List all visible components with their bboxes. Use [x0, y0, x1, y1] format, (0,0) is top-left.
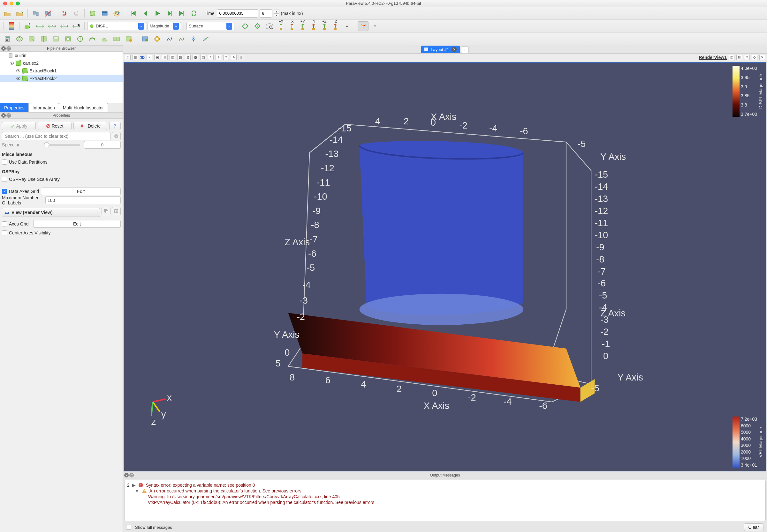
play-icon[interactable] — [152, 9, 163, 18]
connect-icon[interactable] — [30, 9, 41, 18]
color-map-icon[interactable] — [6, 21, 17, 31]
restore-icon[interactable]: ◇ — [752, 55, 757, 60]
rv-sel7[interactable]: ◫ — [200, 55, 206, 60]
pipeline-item-selected[interactable]: ExtractBlock2 — [0, 75, 123, 82]
disconnect-icon[interactable] — [42, 9, 53, 18]
representation-combo[interactable]: Surface ⌄ — [186, 22, 235, 30]
rv-sel3[interactable]: ▥ — [169, 55, 175, 60]
add-layout-button[interactable]: + — [461, 46, 469, 53]
clip-filter-icon[interactable] — [26, 34, 37, 44]
time-step-input[interactable] — [260, 9, 272, 18]
step-down-icon[interactable]: ▾ — [274, 13, 279, 17]
rescale-visible-icon[interactable] — [71, 21, 82, 31]
close-panel-icon[interactable]: ✕ — [1, 46, 6, 51]
next-frame-icon[interactable] — [164, 9, 175, 18]
rv-pick2[interactable]: ↗ — [216, 55, 221, 60]
data-axes-grid-edit-button[interactable]: Edit — [41, 188, 121, 195]
calculator-filter-icon[interactable] — [2, 34, 13, 44]
pipeline-root[interactable]: builtin: — [0, 52, 123, 59]
view-section-header[interactable]: ▭ View (Render View) — [2, 208, 100, 217]
rv-trash-icon[interactable]: 🗑 — [239, 55, 244, 60]
histogram-icon[interactable] — [152, 34, 162, 44]
first-frame-icon[interactable] — [128, 9, 138, 18]
clear-button[interactable]: Clear — [744, 523, 764, 531]
open-file-icon[interactable] — [2, 9, 13, 18]
data-axes-grid-checkbox[interactable]: ✓ — [2, 189, 7, 194]
last-frame-icon[interactable] — [176, 9, 187, 18]
view-minus-x-button[interactable]: -X — [287, 21, 297, 31]
visibility-icon[interactable] — [16, 69, 20, 73]
step-up-icon[interactable]: ▴ — [274, 10, 279, 13]
tab-information[interactable]: Information — [28, 103, 59, 112]
layout-tab[interactable]: Layout #1 ✕ — [421, 46, 460, 53]
prev-frame-icon[interactable] — [140, 9, 151, 18]
stream-tracer-icon[interactable] — [87, 34, 98, 44]
close-layout-icon[interactable]: ✕ — [451, 47, 457, 52]
apply-button[interactable]: Apply — [2, 122, 36, 130]
rv-camera-icon[interactable]: ⌖ — [146, 55, 152, 60]
rv-pick1[interactable]: ↖ — [208, 55, 214, 60]
pipeline-item[interactable]: ExtractBlock1 — [0, 67, 123, 75]
view-plus-z-button[interactable]: +Z — [320, 21, 329, 31]
scalar-bar-icon[interactable] — [22, 21, 33, 31]
save-state-icon[interactable] — [14, 9, 25, 18]
visibility-icon[interactable] — [10, 61, 14, 65]
redo-icon[interactable] — [71, 9, 82, 18]
specular-slider[interactable] — [44, 144, 80, 146]
zoom-to-box-icon[interactable] — [264, 21, 275, 31]
contour-filter-icon[interactable] — [14, 34, 25, 44]
time-value-input[interactable] — [217, 9, 258, 18]
detach-panel2-icon[interactable]: ▢ — [6, 113, 11, 118]
view-plus-x-button[interactable]: +X — [276, 21, 286, 31]
undo-icon[interactable] — [59, 9, 70, 18]
render-view[interactable]: x y z X Axis Y Axis Z Axis Z Axis Y Axis… — [123, 62, 766, 471]
orientation-axes-icon[interactable] — [358, 21, 369, 31]
split-h-icon[interactable]: ◫ — [729, 55, 734, 60]
zoom-to-data-icon[interactable] — [252, 21, 263, 31]
color-palette-icon[interactable] — [111, 9, 122, 18]
rv-btn1[interactable]: ⬚ — [125, 55, 130, 60]
screenshot-icon[interactable] — [99, 9, 110, 18]
warp-filter-icon[interactable] — [99, 34, 110, 44]
rv-sel2[interactable]: ▤ — [162, 55, 167, 60]
rv-sel4[interactable]: ▧ — [177, 55, 183, 60]
copy-view-icon[interactable] — [101, 207, 110, 215]
split-v-icon[interactable]: ⊟ — [736, 55, 742, 60]
detach-panel-icon[interactable]: ▢ — [6, 46, 11, 51]
animation-icon[interactable] — [200, 34, 211, 44]
rescale-custom-icon[interactable]: c — [47, 21, 57, 31]
rescale-temporal-icon[interactable]: t — [59, 21, 70, 31]
maximize-icon[interactable]: □ — [744, 55, 750, 60]
delete-button[interactable]: ✖ Delete — [73, 122, 107, 130]
extract-level-icon[interactable] — [123, 34, 134, 44]
output-messages[interactable]: 2 ▶ ! Syntax error: expecting a variable… — [124, 480, 766, 521]
specular-value[interactable]: 0 — [84, 141, 121, 149]
loop-icon[interactable] — [188, 9, 199, 18]
tab-properties[interactable]: Properties — [0, 103, 29, 112]
plot-over-line-icon[interactable] — [176, 34, 187, 44]
rv-pick4[interactable]: ✎ — [231, 55, 237, 60]
plot-data-icon[interactable] — [164, 34, 175, 44]
slice-filter-icon[interactable] — [38, 34, 49, 44]
advanced-toggle-icon[interactable] — [112, 132, 121, 140]
close-output-icon[interactable]: ✕ — [124, 473, 129, 477]
properties-search-input[interactable] — [2, 132, 110, 140]
rv-sel1[interactable]: ▣ — [154, 55, 160, 60]
reset-button[interactable]: Reset — [38, 122, 71, 130]
threshold-filter-icon[interactable] — [50, 34, 61, 44]
view-minus-z-button[interactable]: -Z — [331, 21, 340, 31]
ospray-scale-checkbox[interactable] — [2, 177, 7, 182]
load-palette-icon[interactable] — [87, 9, 98, 18]
overflow2-icon[interactable]: » — [370, 21, 381, 31]
detach-output-icon[interactable]: ▢ — [129, 473, 134, 477]
visibility-icon[interactable] — [16, 76, 20, 81]
rv-pick3[interactable]: ? — [223, 55, 229, 60]
restore-view-icon[interactable] — [112, 207, 121, 215]
reset-camera-icon[interactable] — [240, 21, 251, 31]
center-axes-checkbox[interactable] — [2, 230, 7, 235]
rescale-range-icon[interactable] — [34, 21, 45, 31]
view-plus-y-button[interactable]: +Y — [298, 21, 308, 31]
show-full-checkbox[interactable] — [126, 525, 131, 530]
extract-filter-icon[interactable] — [63, 34, 73, 44]
component-combo[interactable]: Magnitude ⌄ — [147, 22, 181, 30]
